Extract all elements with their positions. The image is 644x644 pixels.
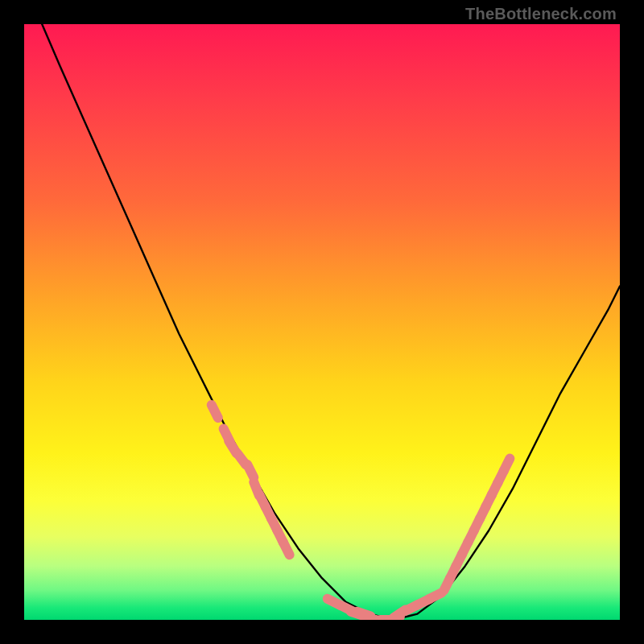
marker-right bbox=[503, 459, 510, 472]
marker-left bbox=[247, 464, 254, 477]
marker-left bbox=[283, 542, 290, 555]
marker-bottom bbox=[429, 592, 442, 599]
plot-area bbox=[24, 24, 620, 620]
marker-left bbox=[212, 405, 218, 418]
bottleneck-curve bbox=[42, 24, 620, 620]
watermark-text: TheBottleneck.com bbox=[465, 5, 617, 23]
chart-root: TheBottleneck.com bbox=[0, 0, 644, 644]
chart-svg bbox=[24, 24, 620, 620]
